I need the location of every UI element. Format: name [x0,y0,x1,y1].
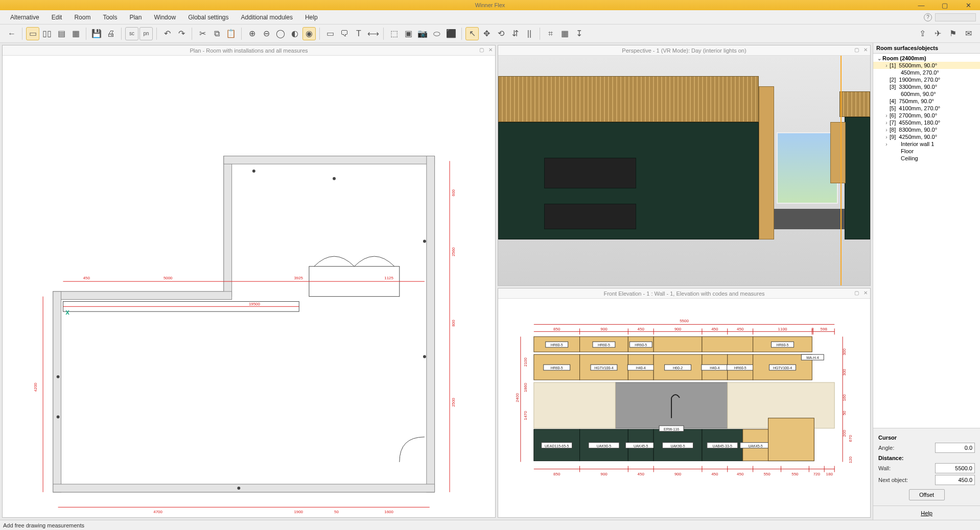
chevron-right-icon[interactable]: › [883,63,890,68]
redo-icon[interactable]: ↷ [175,27,188,40]
tree-item-label: 4250mm, 90.0° [899,134,937,140]
text-icon[interactable]: T [352,27,365,40]
user-area[interactable] [935,13,976,21]
note-icon[interactable]: 🗨 [338,27,351,40]
plan-canvas[interactable]: x [3,56,495,517]
window-maximize-button[interactable]: ▢ [933,0,956,10]
grid-toggle-icon[interactable]: ▦ [558,27,571,40]
panel-close-icon[interactable]: ✕ [487,46,494,53]
tree-item[interactable]: Floor [873,148,980,155]
perspective-canvas[interactable] [498,56,870,285]
plan-panel: Plan - Room with installations and all m… [2,45,496,518]
link-icon[interactable]: ⬭ [430,27,444,40]
zoom-out-icon[interactable]: ⊖ [260,27,273,40]
export-icon[interactable]: ⇪ [916,27,929,40]
plan-panel-title: Plan - Room with installations and all m… [190,47,308,54]
window-minimize-button[interactable]: ― [909,0,933,10]
pointer-icon[interactable]: ↖ [465,27,479,40]
align-icon[interactable]: ⇵ [508,27,522,40]
zoom-region-icon[interactable]: ◐ [288,27,301,40]
wall-input[interactable] [935,463,975,473]
svg-text:UAK45-5: UAK45-5 [748,444,762,448]
pan-icon[interactable]: ✥ [480,27,493,40]
view-grid-icon[interactable]: ▦ [69,27,82,40]
menu-plan[interactable]: Plan [123,12,148,23]
zoom-fit-icon[interactable]: ◯ [274,27,287,40]
view-plan-icon[interactable]: ▭ [26,27,39,40]
help-icon[interactable]: ? [924,13,932,21]
chevron-down-icon[interactable]: ⌄ [876,56,882,61]
next-object-input[interactable] [935,475,975,485]
object-icon[interactable]: ⬚ [387,27,401,40]
panel-maximize-icon[interactable]: ▢ [478,46,485,53]
chevron-right-icon[interactable]: › [883,120,890,126]
sc-icon[interactable]: sc [125,27,138,40]
tree-item[interactable]: ›Interior wall 1 [873,140,980,148]
tree-item[interactable]: ›[9] 4250mm, 90.0° [873,133,980,140]
paste-icon[interactable]: 📋 [224,27,238,40]
svg-text:UAB45-33-5: UAB45-33-5 [713,444,732,448]
copy-icon[interactable]: ⧉ [210,27,223,40]
elevation-canvas[interactable]: 5500 85090045090045045011002598 HR60-5HR… [498,299,870,517]
tree-root[interactable]: ⌄ Room (2400mm) [873,55,980,62]
mirror-icon[interactable]: || [523,27,536,40]
save-icon[interactable]: 💾 [90,27,103,40]
view-elevation-icon[interactable]: ▤ [55,27,68,40]
tree-item[interactable]: [3] 3300mm, 90.0° [873,83,980,90]
menu-tools[interactable]: Tools [97,12,123,23]
svg-text:UEAD115-65-5: UEAD115-65-5 [545,444,569,448]
snap-icon[interactable]: ⌗ [544,27,557,40]
tree-item[interactable]: 450mm, 270.0° [873,69,980,76]
window-close-button[interactable]: ✕ [956,0,980,10]
zoom-in-icon[interactable]: ⊕ [245,27,259,40]
pn-icon[interactable]: pn [139,27,153,40]
flag-icon[interactable]: ⚑ [946,27,960,40]
chevron-right-icon[interactable]: › [883,134,890,140]
view-split-icon[interactable]: ▯▯ [40,27,54,40]
menu-edit[interactable]: Edit [45,12,68,23]
tree-item[interactable]: ›[1] 5500mm, 90.0° [873,62,980,69]
zoom-realtime-icon[interactable]: ◉ [302,27,316,40]
tree-item[interactable]: [2] 1900mm, 270.0° [873,76,980,83]
menu-additional-modules[interactable]: Additional modules [235,12,299,23]
group-icon[interactable]: ▣ [402,27,415,40]
svg-text:ERW-116: ERW-116 [664,427,679,431]
svg-text:x: x [65,308,69,316]
panel-maximize-icon[interactable]: ▢ [853,289,860,296]
undo-icon[interactable]: ↶ [160,27,174,40]
tree-item[interactable]: [4] 750mm, 90.0° [873,98,980,105]
menu-help[interactable]: Help [299,12,324,23]
tree-item-label: 750mm, 90.0° [899,98,934,104]
menu-alternative[interactable]: Alternative [4,12,45,23]
menu-window[interactable]: Window [148,12,182,23]
panel-close-icon[interactable]: ✕ [862,46,869,53]
chevron-right-icon[interactable]: › [883,141,890,147]
tree-item[interactable]: 600mm, 90.0° [873,90,980,98]
cut-icon[interactable]: ✂ [196,27,209,40]
nav-back-icon[interactable]: ← [5,27,18,40]
orbit-icon[interactable]: ⟲ [494,27,507,40]
tree-item[interactable]: ›[6] 2700mm, 90.0° [873,112,980,119]
layer-icon[interactable]: ▭ [323,27,337,40]
origin-icon[interactable]: ↧ [572,27,586,40]
offset-button[interactable]: Offset [909,489,945,500]
angle-input[interactable] [935,443,975,453]
tree-item[interactable]: ›[7] 4550mm, 180.0° [873,119,980,126]
3d-icon[interactable]: ⬛ [445,27,458,40]
tree-item[interactable]: [5] 4100mm, 270.0° [873,105,980,112]
menu-global-settings[interactable]: Global settings [182,12,235,23]
menu-room[interactable]: Room [68,12,97,23]
panel-maximize-icon[interactable]: ▢ [853,46,860,53]
chevron-right-icon[interactable]: › [883,127,890,133]
mail-icon[interactable]: ✉ [962,27,975,40]
print-icon[interactable]: 🖨 [104,27,118,40]
room-tree[interactable]: ⌄ Room (2400mm) ›[1] 5500mm, 90.0°450mm,… [873,54,980,428]
send-icon[interactable]: ✈ [931,27,944,40]
chevron-right-icon[interactable]: › [883,113,890,118]
camera-icon[interactable]: 📷 [416,27,429,40]
dimension-icon[interactable]: ⟷ [366,27,380,40]
sidebar-help-link[interactable]: Help [873,505,980,520]
tree-item[interactable]: ›[8] 8300mm, 90.0° [873,126,980,133]
panel-close-icon[interactable]: ✕ [862,289,869,296]
tree-item[interactable]: Ceiling [873,155,980,162]
